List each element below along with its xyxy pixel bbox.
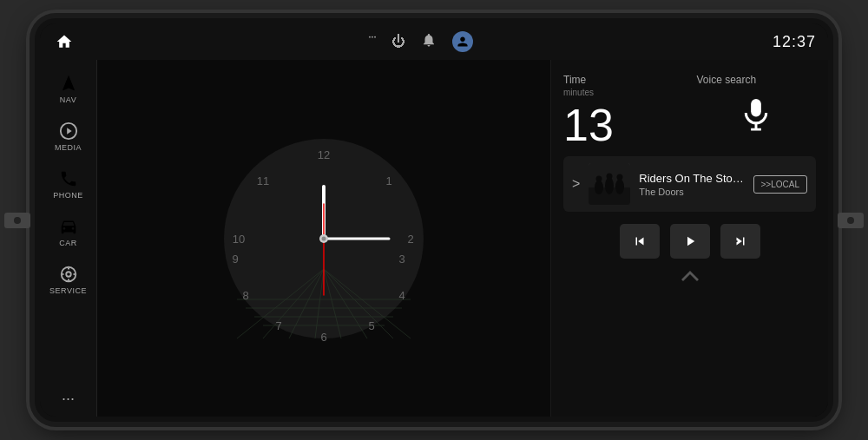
svg-point-3	[66, 272, 71, 277]
time-widget-label: Time	[563, 74, 683, 86]
track-title: Riders On The Storm	[639, 172, 744, 185]
status-bar-right: 12:37	[773, 33, 816, 51]
svg-point-4	[67, 267, 69, 269]
svg-text:7: 7	[275, 319, 281, 332]
svg-text:9: 9	[232, 253, 238, 266]
next-button[interactable]	[720, 224, 760, 259]
time-widget: Time minutes 13	[563, 74, 683, 148]
right-panel: Time minutes 13 Voice search	[550, 60, 828, 417]
play-button[interactable]	[670, 224, 710, 259]
svg-point-48	[617, 174, 623, 181]
sidebar-item-car[interactable]: CAR	[44, 210, 93, 254]
sidebar-car-label: CAR	[59, 239, 77, 247]
bracket-left	[4, 213, 30, 228]
sidebar-phone-label: PHONE	[53, 191, 83, 200]
svg-point-37	[322, 236, 326, 240]
voice-widget-label: Voice search	[697, 74, 757, 86]
bracket-right	[838, 213, 864, 228]
sidebar-item-nav[interactable]: NAV	[44, 67, 93, 111]
status-time: 12:37	[773, 33, 816, 51]
sidebar-more-button[interactable]: ...	[56, 381, 80, 410]
status-bar: ⃛ ⏻ 12:37	[40, 23, 828, 60]
svg-text:6: 6	[320, 331, 326, 343]
svg-text:11: 11	[257, 174, 269, 187]
svg-text:4: 4	[398, 289, 404, 302]
status-bar-center: ⃛ ⏻	[376, 31, 473, 52]
main-content: NAV MEDIA PHONE	[40, 60, 828, 417]
local-button[interactable]: >>LOCAL	[753, 175, 807, 194]
sidebar-item-phone[interactable]: PHONE	[44, 162, 93, 207]
sidebar-item-service[interactable]: SERVICE	[44, 258, 93, 302]
status-bar-left	[52, 30, 76, 54]
sidebar-item-media[interactable]: MEDIA	[44, 115, 93, 159]
mic-icon	[740, 96, 772, 142]
voice-widget[interactable]: Voice search	[697, 74, 817, 142]
svg-text:1: 1	[385, 174, 391, 187]
svg-marker-1	[67, 128, 72, 134]
svg-text:8: 8	[242, 289, 248, 302]
sidebar-media-label: MEDIA	[55, 143, 82, 152]
clock-area: 12 1 2 3 4 5 6 7 8 9 10 11	[97, 60, 550, 417]
track-artist: The Doors	[639, 187, 744, 197]
album-art	[589, 163, 630, 205]
svg-point-45	[615, 179, 624, 194]
car-unit: ⃛ ⏻ 12:37	[35, 18, 833, 422]
sidebar-service-label: SERVICE	[49, 286, 87, 295]
track-info: Riders On The Storm The Doors	[639, 172, 744, 197]
screen: ⃛ ⏻ 12:37	[40, 23, 828, 417]
prev-button[interactable]	[620, 224, 660, 259]
bell-icon[interactable]	[421, 32, 437, 51]
power-icon[interactable]: ⏻	[391, 34, 405, 49]
svg-text:12: 12	[318, 148, 330, 161]
svg-point-43	[595, 181, 603, 194]
svg-point-44	[605, 177, 614, 194]
svg-rect-38	[751, 99, 761, 117]
analog-clock: 12 1 2 3 4 5 6 7 8 9 10 11	[220, 135, 428, 343]
bottom-chevron-button[interactable]	[563, 267, 816, 285]
time-widget-sublabel: minutes	[563, 88, 683, 97]
home-button[interactable]	[52, 30, 76, 54]
sidebar-nav-label: NAV	[60, 95, 76, 104]
svg-point-6	[62, 273, 63, 275]
svg-point-5	[67, 279, 69, 280]
now-playing-row: >	[563, 156, 816, 212]
svg-point-7	[73, 273, 75, 275]
svg-text:3: 3	[398, 253, 404, 266]
widget-row: Time minutes 13 Voice search	[563, 74, 816, 148]
media-controls	[563, 224, 816, 259]
user-avatar[interactable]	[452, 31, 473, 52]
svg-text:10: 10	[233, 233, 245, 246]
svg-point-46	[596, 176, 602, 182]
expand-button[interactable]: >	[572, 176, 580, 192]
time-widget-value: 13	[563, 102, 683, 148]
svg-text:5: 5	[368, 319, 374, 332]
sidebar: NAV MEDIA PHONE	[40, 60, 97, 417]
svg-text:2: 2	[407, 233, 413, 246]
svg-point-47	[607, 174, 613, 180]
